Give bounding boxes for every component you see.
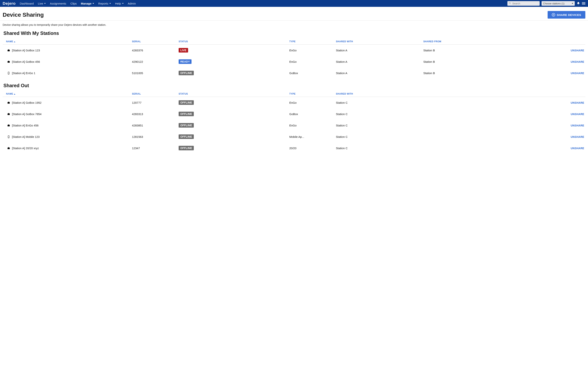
- unshare-link[interactable]: UNSHARE: [571, 60, 584, 63]
- device-serial: 4290122: [131, 56, 178, 67]
- device-status: OFFLINE: [178, 108, 288, 120]
- col-header-shared-with[interactable]: SHARED WITH: [335, 91, 422, 97]
- device-status: READY: [178, 56, 288, 67]
- col-header-shared-from[interactable]: SHARED FROM: [422, 39, 521, 45]
- device-name: [Station A] GoBox 123: [12, 49, 40, 52]
- hamburger-icon[interactable]: [582, 2, 585, 5]
- table-row: [Station A] 20/20 xryz12347OFFLINE20/20S…: [3, 142, 585, 154]
- section-shared-with: Shared With My Stations NAME SERIAL STAT…: [0, 26, 588, 79]
- nav-item-label: Dashboard: [20, 2, 33, 5]
- col-header-type[interactable]: TYPE: [288, 39, 335, 45]
- device-name: [Station A] EnGo 456: [12, 124, 39, 127]
- nav-item-label: Reports: [98, 2, 108, 5]
- unshare-link[interactable]: UNSHARE: [571, 113, 584, 116]
- nav-item-admin[interactable]: Admin: [128, 2, 136, 5]
- unshare-link[interactable]: UNSHARE: [571, 135, 584, 138]
- col-header-name[interactable]: NAME: [3, 39, 131, 45]
- table-row: [Station A] GoBox 4564290122READYEnGoSta…: [3, 56, 585, 67]
- nav-item-live[interactable]: Live: [38, 2, 46, 5]
- shared-with-cell: Station C: [335, 108, 422, 120]
- col-header-type[interactable]: TYPE: [288, 91, 335, 97]
- device-serial: 12347: [131, 142, 178, 154]
- unshare-link[interactable]: UNSHARE: [571, 49, 584, 52]
- device-type: Mobile Ap...: [288, 131, 335, 142]
- shared-from-cell: [422, 97, 521, 108]
- plus-circle-icon: +: [552, 13, 555, 17]
- shared-from-cell: [422, 142, 521, 154]
- nav-item-manage[interactable]: Manage: [81, 2, 94, 5]
- col-header-status[interactable]: STATUS: [178, 91, 288, 97]
- col-header-serial[interactable]: SERIAL: [131, 39, 178, 45]
- shared-with-cell: Station C: [335, 120, 422, 131]
- shared-from-cell: [422, 108, 521, 120]
- nav-right: Choose stations (1): [507, 1, 585, 6]
- briefcase-icon: [7, 147, 10, 150]
- unshare-link[interactable]: UNSHARE: [571, 147, 584, 150]
- nav-item-label: Assignments: [50, 2, 66, 5]
- shared-from-cell: Station B: [422, 56, 521, 67]
- device-status: OFFLINE: [178, 67, 288, 79]
- caret-down-icon: [122, 3, 124, 4]
- table-row: [Station A] GoBox 1234283376LIVEEnGoStat…: [3, 45, 585, 56]
- nav-item-label: Clips: [70, 2, 77, 5]
- station-select[interactable]: Choose stations (1): [542, 1, 575, 6]
- device-status: OFFLINE: [178, 120, 288, 131]
- help-text: Device sharing allows you to temporarily…: [0, 21, 588, 26]
- col-header-shared-with[interactable]: SHARED WITH: [335, 39, 422, 45]
- phone-outline-icon: [7, 72, 10, 74]
- nav-item-label: Manage: [81, 2, 92, 5]
- phone-outline-icon: [7, 135, 10, 138]
- unshare-link[interactable]: UNSHARE: [571, 101, 584, 104]
- page-title: Device Sharing: [3, 11, 44, 18]
- sort-asc-icon: [14, 41, 15, 42]
- shared-with-cell: Station A: [335, 45, 422, 56]
- search-input[interactable]: [507, 1, 540, 6]
- page-header: Device Sharing + SHARE DEVICES: [0, 7, 588, 21]
- shared-with-cell: Station C: [335, 142, 422, 154]
- device-serial: 4283851: [131, 120, 178, 131]
- device-serial: 4283376: [131, 45, 178, 56]
- shared-from-cell: Station B: [422, 67, 521, 79]
- device-serial: 1281563: [131, 131, 178, 142]
- table-row: [Station A] EnGo 15101005OFFLINEGoBoxSta…: [3, 67, 585, 79]
- col-header-serial[interactable]: SERIAL: [131, 91, 178, 97]
- device-name: [Station A] 20/20 xryz: [12, 146, 39, 150]
- col-header-name[interactable]: NAME: [3, 91, 131, 97]
- search-wrap: [507, 1, 540, 6]
- section-shared-out: Shared Out NAME SERIAL STATUS TYPE SHARE…: [0, 79, 588, 154]
- unshare-link[interactable]: UNSHARE: [571, 72, 584, 75]
- shared-with-title: Shared With My Stations: [3, 31, 585, 36]
- svg-rect-4: [582, 4, 585, 5]
- svg-point-0: [509, 2, 510, 4]
- device-status: OFFLINE: [178, 142, 288, 154]
- shared-from-cell: [422, 120, 521, 131]
- nav-item-assignments[interactable]: Assignments: [50, 2, 66, 5]
- shared-from-cell: [422, 131, 521, 142]
- nav-item-clips[interactable]: Clips: [70, 2, 77, 5]
- briefcase-icon: [7, 113, 10, 115]
- briefcase-icon: [7, 60, 10, 63]
- share-devices-button[interactable]: + SHARE DEVICES: [548, 11, 585, 19]
- bell-icon[interactable]: [577, 2, 580, 5]
- nav-item-label: Help: [115, 2, 121, 5]
- device-status: LIVE: [178, 45, 288, 56]
- status-badge: OFFLINE: [178, 71, 194, 75]
- shared-with-table: NAME SERIAL STATUS TYPE SHARED WITH SHAR…: [3, 39, 585, 79]
- nav-item-dashboard[interactable]: Dashboard: [20, 2, 33, 5]
- nav-item-label: Admin: [128, 2, 136, 5]
- caret-down-icon: [44, 3, 46, 4]
- device-type: EnGo: [288, 45, 335, 56]
- top-navbar: Dejero DashboardLiveAssignmentsClipsMana…: [0, 0, 588, 7]
- nav-item-reports[interactable]: Reports: [98, 2, 111, 5]
- nav-item-help[interactable]: Help: [115, 2, 124, 5]
- status-badge: READY: [178, 59, 192, 64]
- search-icon: [509, 2, 511, 5]
- device-type: EnGo: [288, 97, 335, 108]
- col-header-status[interactable]: STATUS: [178, 39, 288, 45]
- svg-rect-3: [582, 3, 585, 4]
- svg-line-1: [510, 3, 511, 4]
- shared-with-cell: Station A: [335, 56, 422, 67]
- briefcase-icon: [7, 124, 10, 127]
- unshare-link[interactable]: UNSHARE: [571, 124, 584, 127]
- status-badge: OFFLINE: [178, 123, 194, 128]
